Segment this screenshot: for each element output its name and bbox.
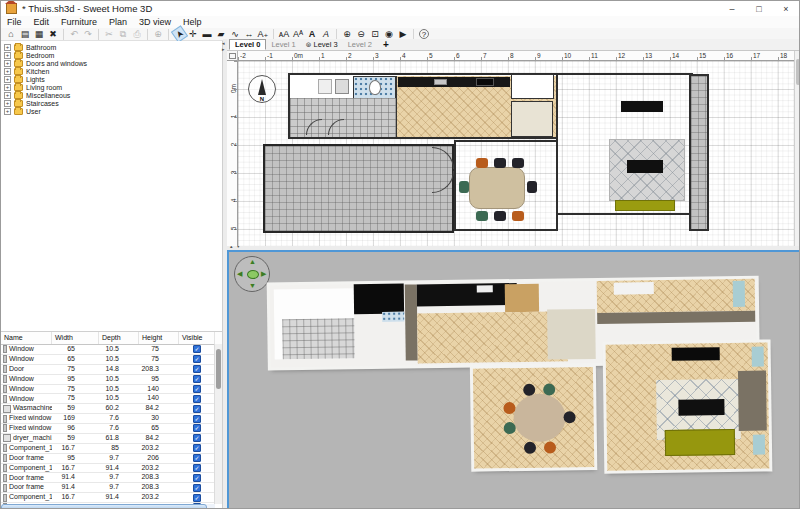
expand-icon[interactable]: +: [4, 52, 11, 59]
catalog-category-bedroom[interactable]: +Bedroom: [1, 51, 222, 59]
visible-checkbox[interactable]: ✓: [193, 365, 201, 373]
table-row[interactable]: Window9510.595✓: [1, 375, 222, 385]
nav-right-icon[interactable]: ▶: [261, 270, 266, 277]
catalog-category-lights[interactable]: +Lights: [1, 75, 222, 83]
furniture-catalog-tree[interactable]: +Bathroom+Bedroom+Doors and windows+Kitc…: [1, 41, 223, 331]
title-bar[interactable]: * Thuis.sh3d - Sweet Home 3D – □ ×: [1, 1, 800, 16]
table-vertical-scrollbar[interactable]: [214, 344, 222, 504]
level-tab-level-2[interactable]: Level 2: [343, 39, 377, 50]
catalog-category-doors-and-windows[interactable]: +Doors and windows: [1, 59, 222, 67]
expand-icon[interactable]: +: [4, 68, 11, 75]
visible-checkbox[interactable]: ✓: [193, 434, 201, 442]
open-icon[interactable]: ▤: [19, 28, 32, 40]
splitter-collapse-icon[interactable]: ◂: [222, 41, 225, 45]
plan-chair[interactable]: [527, 181, 537, 193]
plan-vertical-scrollbar[interactable]: [794, 51, 800, 246]
visible-checkbox[interactable]: ✓: [193, 385, 201, 393]
column-header-depth[interactable]: Depth: [99, 332, 139, 344]
visible-checkbox[interactable]: ✓: [193, 464, 201, 472]
column-header-visible[interactable]: Visible: [179, 332, 215, 344]
plan-stove[interactable]: [476, 78, 494, 86]
menu-edit[interactable]: Edit: [28, 17, 56, 27]
visible-checkbox[interactable]: ✓: [193, 474, 201, 482]
plan-chair[interactable]: [494, 158, 506, 168]
table-row[interactable]: Door frame91.49.7208.3✓: [1, 483, 222, 493]
catalog-category-living-room[interactable]: +Living room: [1, 83, 222, 91]
table-row[interactable]: Window6510.575✓: [1, 345, 222, 355]
paste-icon[interactable]: ⎙: [131, 28, 144, 40]
table-row[interactable]: Window6510.575✓: [1, 355, 222, 365]
plan-chair[interactable]: [476, 211, 488, 221]
plan-side-terrace[interactable]: [689, 74, 709, 231]
visible-checkbox[interactable]: ✓: [193, 345, 201, 353]
plan-toilet[interactable]: [369, 80, 381, 95]
expand-icon[interactable]: +: [4, 84, 11, 91]
furniture-list-table[interactable]: NameWidthDepthHeightVisible Window6510.5…: [1, 331, 223, 509]
plan-washing-machine[interactable]: [335, 79, 349, 94]
catalog-category-bathroom[interactable]: +Bathroom: [1, 43, 222, 51]
compass[interactable]: N: [248, 75, 276, 103]
menu-file[interactable]: File: [1, 17, 28, 27]
table-row[interactable]: Component_116.791.4203.2✓: [1, 493, 222, 503]
menu-plan[interactable]: Plan: [103, 17, 133, 27]
nav-left-icon[interactable]: ◀: [237, 270, 242, 277]
table-row[interactable]: Window7510.5140✓: [1, 394, 222, 404]
plan-terrace[interactable]: [263, 144, 454, 233]
visible-checkbox[interactable]: ✓: [193, 444, 201, 452]
nav-down-icon[interactable]: ▼: [249, 282, 256, 289]
column-header-height[interactable]: Height: [139, 332, 179, 344]
help-icon[interactable]: ?: [419, 29, 429, 39]
create-walls-icon[interactable]: ▬: [201, 28, 214, 40]
plan-storage-room[interactable]: [511, 74, 554, 99]
expand-icon[interactable]: +: [4, 100, 11, 107]
redo-icon[interactable]: ↷: [82, 28, 95, 40]
expand-icon[interactable]: +: [4, 60, 11, 67]
catalog-category-kitchen[interactable]: +Kitchen: [1, 67, 222, 75]
level-tab-level-0[interactable]: Level 0: [229, 39, 266, 50]
visible-checkbox[interactable]: ✓: [193, 415, 201, 423]
visible-checkbox[interactable]: ✓: [193, 454, 201, 462]
table-row[interactable]: Wasmachine5960.284.2✓: [1, 404, 222, 414]
visible-checkbox[interactable]: ✓: [193, 405, 201, 413]
visible-checkbox[interactable]: ✓: [193, 395, 201, 403]
column-header-name[interactable]: Name: [1, 332, 52, 344]
scrollbar-thumb[interactable]: [1, 504, 207, 509]
plan-pantry-room[interactable]: [511, 101, 553, 137]
menu-help[interactable]: Help: [177, 17, 208, 27]
pan-icon[interactable]: ✛: [187, 28, 200, 40]
catalog-category-user[interactable]: +User: [1, 107, 222, 115]
menu-3d-view[interactable]: 3D view: [133, 17, 177, 27]
plan-appliance[interactable]: [318, 79, 332, 94]
visible-checkbox[interactable]: ✓: [193, 484, 201, 492]
splitter-expand-icon[interactable]: ▸: [222, 47, 225, 51]
plan-sofa[interactable]: [615, 200, 675, 211]
preferences-icon[interactable]: ✖: [47, 28, 60, 40]
add-level-button[interactable]: +: [377, 39, 395, 50]
save-icon[interactable]: ▦: [33, 28, 46, 40]
plan-dining-table[interactable]: [469, 167, 525, 209]
plan-chair[interactable]: [512, 158, 524, 168]
table-row[interactable]: Fixed window1697.630✓: [1, 414, 222, 424]
minimize-button[interactable]: –: [727, 4, 737, 14]
nav-up-icon[interactable]: ▲: [249, 258, 256, 265]
close-button[interactable]: ×: [781, 4, 791, 14]
expand-icon[interactable]: +: [4, 44, 11, 51]
plan-chair[interactable]: [494, 211, 506, 221]
plan-chair[interactable]: [512, 211, 524, 221]
menu-furniture[interactable]: Furniture: [55, 17, 103, 27]
level-tab-level-3[interactable]: ⊜Level 3: [301, 39, 343, 50]
scrollbar-thumb[interactable]: [216, 349, 221, 389]
undo-icon[interactable]: ↶: [68, 28, 81, 40]
table-row[interactable]: Door frame91.49.7208.3✓: [1, 473, 222, 483]
table-row[interactable]: Door7514.8208.3✓: [1, 365, 222, 375]
nav-center-icon[interactable]: [247, 270, 259, 279]
table-row[interactable]: Fixed window967.665✓: [1, 424, 222, 434]
table-row[interactable]: Component_116.791.4203.2✓: [1, 464, 222, 474]
visible-checkbox[interactable]: ✓: [193, 355, 201, 363]
view-3d[interactable]: ▲ ▼ ◀ ▶: [227, 250, 800, 509]
plan-chair[interactable]: [459, 181, 469, 193]
scrollbar-thumb[interactable]: [796, 59, 800, 85]
catalog-category-miscellaneous[interactable]: +Miscellaneous: [1, 91, 222, 99]
catalog-category-staircases[interactable]: +Staircases: [1, 99, 222, 107]
level-tab-level-1[interactable]: Level 1: [266, 39, 300, 50]
